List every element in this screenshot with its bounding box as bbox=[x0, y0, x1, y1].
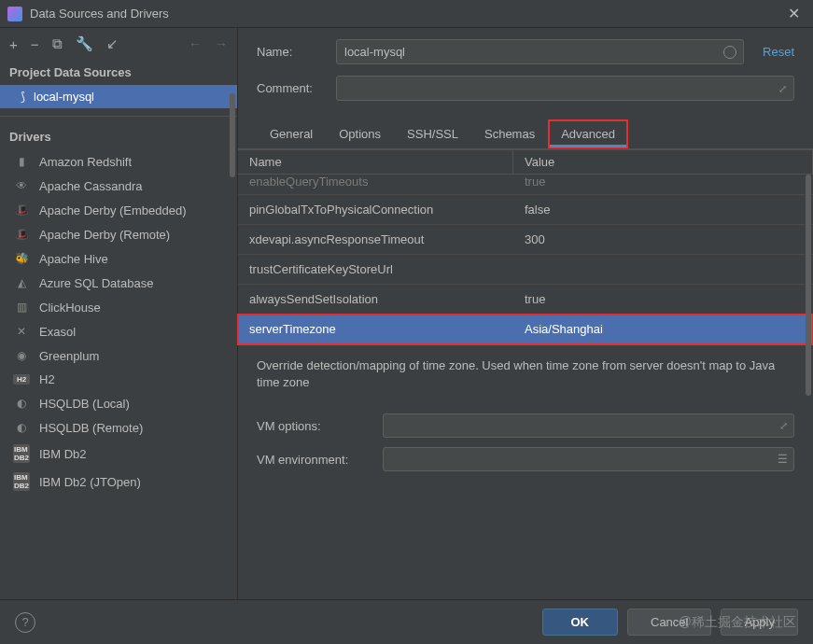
exasol-icon: ✕ bbox=[13, 324, 30, 339]
driver-item[interactable]: ◉Greenplum bbox=[0, 343, 237, 368]
data-source-item[interactable]: ⟆ local-mysql bbox=[0, 85, 237, 108]
expand-icon[interactable]: ⤢ bbox=[779, 420, 788, 432]
remove-button[interactable]: − bbox=[31, 36, 39, 52]
driver-item[interactable]: H2H2 bbox=[0, 368, 237, 391]
tab-schemas[interactable]: Schemas bbox=[471, 119, 548, 148]
driver-item[interactable]: ◭Azure SQL Database bbox=[0, 271, 237, 295]
tab-ssh-ssl[interactable]: SSH/SSL bbox=[394, 119, 471, 148]
property-description: Override detection/mapping of time zone.… bbox=[238, 344, 813, 404]
driver-item[interactable]: ▥ClickHouse bbox=[0, 295, 237, 319]
tab-general[interactable]: General bbox=[257, 119, 326, 148]
db2-icon: IBMDB2 bbox=[13, 444, 30, 463]
column-header-name[interactable]: Name bbox=[238, 150, 513, 174]
add-button[interactable]: + bbox=[9, 36, 18, 52]
hsqldb-icon: ◐ bbox=[13, 420, 30, 435]
property-row[interactable]: serverTimezone Asia/Shanghai bbox=[238, 315, 813, 344]
vm-options-input[interactable]: ⤢ bbox=[383, 413, 794, 438]
azure-icon: ◭ bbox=[13, 275, 30, 290]
driver-item[interactable]: ▮Amazon Redshift bbox=[0, 149, 237, 174]
db2-icon: IBMDB2 bbox=[13, 472, 30, 491]
section-drivers: Drivers bbox=[0, 124, 237, 149]
driver-item[interactable]: 🐝Apache Hive bbox=[0, 246, 237, 271]
driver-item[interactable]: 🎩Apache Derby (Remote) bbox=[0, 222, 237, 246]
property-row[interactable]: pinGlobalTxToPhysicalConnection false bbox=[238, 195, 813, 225]
help-button[interactable]: ? bbox=[15, 612, 35, 633]
divider bbox=[0, 116, 237, 117]
derby-icon: 🎩 bbox=[13, 203, 30, 217]
import-icon[interactable]: ↙ bbox=[106, 35, 119, 52]
column-header-value[interactable]: Value bbox=[513, 150, 813, 174]
comment-input[interactable] bbox=[336, 76, 794, 101]
comment-label: Comment: bbox=[257, 81, 336, 95]
property-row[interactable]: alwaysSendSetIsolation true bbox=[238, 285, 813, 315]
property-row[interactable]: trustCertificateKeyStoreUrl bbox=[238, 255, 813, 285]
h2-icon: H2 bbox=[13, 374, 30, 385]
expand-icon[interactable]: ⤢ bbox=[778, 82, 787, 94]
driver-item[interactable]: IBMDB2IBM Db2 (JTOpen) bbox=[0, 468, 237, 496]
datasource-icon: ⟆ bbox=[15, 90, 30, 104]
driver-item[interactable]: ◐HSQLDB (Remote) bbox=[0, 415, 237, 440]
scrollbar[interactable] bbox=[230, 93, 235, 177]
vm-env-label: VM environment: bbox=[257, 453, 383, 467]
app-icon bbox=[7, 7, 22, 21]
section-project-data-sources: Project Data Sources bbox=[0, 60, 237, 85]
vm-options-label: VM options: bbox=[257, 419, 383, 433]
hsqldb-icon: ◐ bbox=[13, 396, 30, 411]
close-icon[interactable]: ✕ bbox=[782, 5, 806, 22]
driver-item[interactable]: ◐HSQLDB (Local) bbox=[0, 391, 237, 415]
apply-button[interactable]: Apply bbox=[721, 609, 798, 636]
property-row[interactable]: enableQueryTimeouts true bbox=[238, 175, 813, 195]
color-indicator-icon[interactable] bbox=[723, 46, 736, 59]
list-icon[interactable]: ☰ bbox=[778, 453, 788, 466]
back-icon[interactable]: ← bbox=[189, 36, 202, 51]
greenplum-icon: ◉ bbox=[13, 348, 30, 363]
cassandra-icon: 👁 bbox=[13, 178, 30, 193]
reset-link[interactable]: Reset bbox=[744, 45, 794, 59]
cancel-button[interactable]: Cancel bbox=[627, 609, 711, 636]
hive-icon: 🐝 bbox=[13, 251, 30, 266]
driver-item[interactable]: 👁Apache Cassandra bbox=[0, 174, 237, 198]
driver-item[interactable]: ✕Exasol bbox=[0, 319, 237, 343]
property-row[interactable]: xdevapi.asyncResponseTimeout 300 bbox=[238, 225, 813, 255]
forward-icon[interactable]: → bbox=[215, 36, 228, 51]
scrollbar[interactable] bbox=[806, 192, 811, 396]
derby-icon: 🎩 bbox=[13, 227, 30, 242]
clickhouse-icon: ▥ bbox=[13, 300, 30, 315]
redshift-icon: ▮ bbox=[13, 154, 30, 169]
driver-item[interactable]: IBMDB2IBM Db2 bbox=[0, 440, 237, 468]
tab-advanced[interactable]: Advanced bbox=[548, 119, 628, 148]
window-title: Data Sources and Drivers bbox=[30, 7, 782, 21]
wrench-icon[interactable]: 🔧 bbox=[76, 35, 93, 52]
ok-button[interactable]: OK bbox=[542, 609, 619, 636]
driver-item[interactable]: 🎩Apache Derby (Embedded) bbox=[0, 198, 237, 222]
copy-icon[interactable]: ⧉ bbox=[52, 35, 63, 52]
name-input[interactable] bbox=[336, 39, 744, 64]
data-source-label: local-mysql bbox=[34, 90, 94, 104]
tab-options[interactable]: Options bbox=[326, 119, 394, 148]
vm-env-input[interactable]: ☰ bbox=[383, 447, 794, 471]
name-label: Name: bbox=[257, 45, 336, 59]
